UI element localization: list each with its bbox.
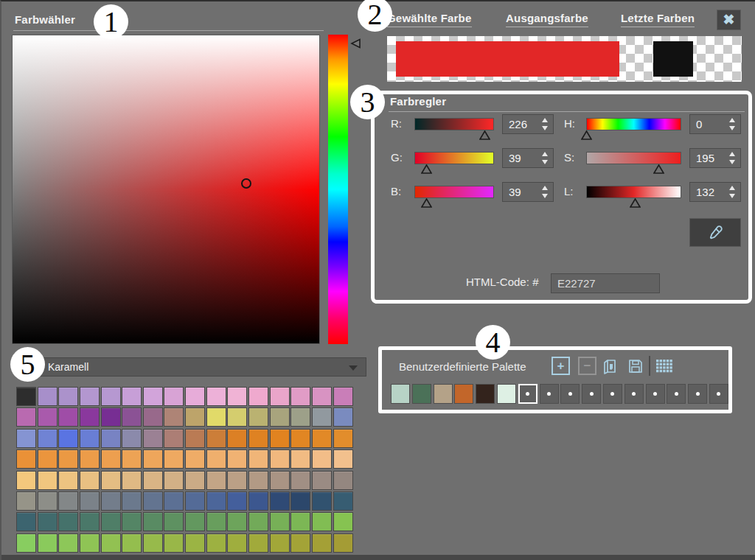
palette-swatch[interactable] [38, 491, 58, 511]
palette-select-dropdown[interactable]: Karamell [37, 357, 366, 377]
palette-swatch[interactable] [16, 407, 36, 427]
spinner-s[interactable] [729, 152, 736, 165]
palette-swatch[interactable] [122, 387, 142, 406]
palette-swatch[interactable] [227, 407, 247, 427]
palette-swatch[interactable] [80, 429, 100, 448]
close-button[interactable]: ✖ [717, 10, 741, 30]
palette-swatch[interactable] [58, 387, 78, 406]
palette-swatch[interactable] [290, 429, 310, 448]
custom-empty-slot[interactable] [582, 384, 601, 404]
palette-swatch[interactable] [16, 533, 36, 553]
palette-swatch[interactable] [185, 491, 205, 511]
palette-swatch[interactable] [270, 533, 290, 553]
slider-track-s[interactable] [586, 152, 681, 164]
palette-swatch[interactable] [38, 429, 58, 448]
spinner-g[interactable] [542, 152, 549, 165]
slider-marker-g[interactable] [421, 164, 432, 174]
palette-swatch[interactable] [333, 491, 353, 511]
palette-swatch[interactable] [206, 491, 226, 511]
hue-slider[interactable] [328, 35, 348, 344]
palette-swatch[interactable] [185, 512, 205, 531]
custom-empty-slot[interactable] [624, 384, 644, 404]
palette-swatch[interactable] [101, 407, 121, 427]
palette-swatch[interactable] [101, 491, 121, 511]
palette-swatch[interactable] [143, 407, 163, 427]
palette-swatch[interactable] [185, 387, 205, 406]
palette-swatch[interactable] [58, 449, 78, 469]
palette-swatch[interactable] [227, 491, 247, 511]
palette-swatch[interactable] [312, 387, 332, 406]
slider-marker-s[interactable] [653, 164, 664, 174]
slider-track-l[interactable] [586, 186, 681, 198]
palette-swatch[interactable] [58, 533, 78, 553]
custom-empty-slot[interactable] [540, 384, 559, 404]
palette-swatch[interactable] [38, 387, 58, 406]
palette-swatch[interactable] [16, 449, 36, 469]
custom-swatch[interactable] [454, 384, 473, 404]
palette-swatch[interactable] [38, 449, 58, 469]
palette-swatch[interactable] [16, 471, 36, 490]
palette-swatch[interactable] [122, 429, 142, 448]
palette-swatch[interactable] [248, 429, 268, 448]
palette-swatch[interactable] [270, 512, 290, 531]
custom-empty-slot[interactable] [603, 384, 622, 404]
palette-swatch[interactable] [333, 471, 353, 490]
palette-swatch[interactable] [80, 471, 100, 490]
slider-track-h[interactable] [586, 118, 681, 130]
palette-swatch[interactable] [80, 512, 100, 531]
palette-swatch[interactable] [143, 533, 163, 553]
spinner-l[interactable] [729, 186, 736, 199]
palette-swatch[interactable] [227, 512, 247, 531]
selected-color-swatch[interactable] [396, 41, 619, 77]
custom-swatch[interactable] [412, 384, 431, 404]
html-code-input[interactable] [551, 273, 660, 293]
palette-swatch[interactable] [206, 387, 226, 406]
custom-swatch[interactable] [476, 384, 495, 404]
palette-swatch[interactable] [185, 533, 205, 553]
palette-swatch[interactable] [312, 471, 332, 490]
palette-swatch[interactable] [58, 512, 78, 531]
spinner-r[interactable] [542, 118, 549, 131]
palette-swatch[interactable] [290, 407, 310, 427]
load-palette-button[interactable] [601, 357, 619, 375]
palette-swatch[interactable] [206, 512, 226, 531]
original-color-swatch[interactable] [653, 41, 693, 77]
palette-swatch[interactable] [227, 387, 247, 406]
palette-swatch[interactable] [164, 533, 184, 553]
eyedropper-button[interactable] [689, 218, 741, 247]
palette-swatch[interactable] [290, 512, 310, 531]
palette-swatch[interactable] [16, 491, 36, 511]
palette-swatch[interactable] [290, 387, 310, 406]
palette-swatch[interactable] [38, 407, 58, 427]
slider-value-b[interactable]: 39 [502, 182, 554, 202]
palette-swatch[interactable] [122, 471, 142, 490]
slider-value-h[interactable]: 0 [689, 114, 741, 134]
slider-value-l[interactable]: 132 [689, 182, 741, 202]
palette-swatch[interactable] [290, 491, 310, 511]
palette-swatch[interactable] [270, 449, 290, 469]
palette-swatch[interactable] [185, 449, 205, 469]
palette-swatch[interactable] [143, 491, 163, 511]
save-palette-button[interactable] [626, 357, 644, 375]
palette-swatch[interactable] [122, 512, 142, 531]
palette-swatch[interactable] [333, 533, 353, 553]
palette-swatch[interactable] [206, 429, 226, 448]
palette-swatch[interactable] [248, 533, 268, 553]
slider-track-g[interactable] [414, 152, 494, 164]
palette-swatch[interactable] [290, 471, 310, 490]
palette-swatch[interactable] [270, 387, 290, 406]
palette-swatch[interactable] [270, 491, 290, 511]
palette-swatch[interactable] [185, 407, 205, 427]
palette-swatch[interactable] [101, 471, 121, 490]
palette-swatch[interactable] [248, 407, 268, 427]
palette-swatch[interactable] [16, 429, 36, 448]
custom-empty-slot[interactable] [560, 384, 580, 404]
saturation-lightness-field[interactable] [12, 35, 320, 344]
palette-swatch[interactable] [206, 449, 226, 469]
palette-swatch[interactable] [80, 407, 100, 427]
palette-swatch[interactable] [143, 512, 163, 531]
spinner-b[interactable] [542, 186, 549, 199]
palette-swatch[interactable] [312, 533, 332, 553]
color-position-marker[interactable] [241, 178, 251, 189]
palette-swatch[interactable] [122, 533, 142, 553]
